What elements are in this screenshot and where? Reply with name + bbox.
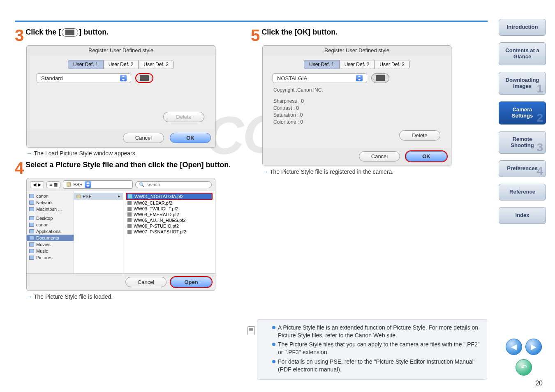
right-column: 5 Click the [OK] button. Register User D… bbox=[251, 28, 481, 175]
dialog-title: Register User Defined style bbox=[27, 46, 215, 55]
folder-psf[interactable]: PSF ▸ bbox=[74, 193, 123, 200]
sidebar-item[interactable]: Pictures bbox=[27, 254, 74, 261]
nav-reference[interactable]: Reference bbox=[499, 184, 546, 201]
sidebar-item[interactable]: canon bbox=[27, 193, 74, 199]
file-mid-column: PSF ▸ bbox=[74, 191, 123, 273]
step-5: 5 Click the [OK] button. bbox=[251, 28, 481, 43]
delete-button[interactable]: Delete bbox=[399, 130, 440, 141]
view-mode[interactable]: ≡▦ bbox=[46, 181, 60, 188]
sharpness-value: Sharpness : 0 bbox=[273, 98, 444, 104]
left-column: 3 Click the [] button. Register User Def… bbox=[15, 28, 245, 300]
file-item[interactable]: WW07_P-SNAPSHOT.pf2 bbox=[126, 229, 213, 235]
step-3-note: The Load Picture Style window appears. bbox=[26, 150, 245, 157]
nav-preferences[interactable]: Preferences4 bbox=[499, 160, 546, 177]
info-bullet-1: A Picture Style file is an extended func… bbox=[272, 324, 482, 339]
chevron-updown-icon bbox=[356, 75, 363, 81]
ok-button[interactable]: OK bbox=[170, 133, 211, 143]
load-style-button[interactable] bbox=[135, 73, 153, 83]
page-number: 20 bbox=[535, 380, 543, 387]
file-item[interactable]: WW03_TWILIGHT.pf2 bbox=[126, 206, 213, 212]
nav-contents[interactable]: Contents at a Glance bbox=[499, 42, 546, 65]
location-dropdown[interactable]: PSF bbox=[63, 180, 133, 189]
step-4-number: 4 bbox=[15, 161, 24, 175]
tab-user-def-3[interactable]: User Def. 3 bbox=[138, 60, 174, 69]
info-box: A Picture Style file is an extended func… bbox=[257, 319, 487, 380]
note-icon bbox=[247, 326, 255, 335]
side-nav: Introduction Contents at a Glance Downlo… bbox=[499, 19, 546, 231]
sidebar-item[interactable]: Macintosh ... bbox=[27, 206, 74, 212]
style-dropdown[interactable]: Standard bbox=[37, 73, 131, 83]
info-bullet-3: For details on using PSE, refer to the "… bbox=[272, 358, 482, 374]
cancel-button[interactable]: Cancel bbox=[359, 151, 400, 161]
step-5-note: The Picture Style file is registered in … bbox=[262, 168, 481, 175]
folder-icon bbox=[376, 75, 385, 81]
ok-button[interactable]: OK bbox=[406, 151, 447, 161]
open-button[interactable]: Open bbox=[171, 277, 212, 287]
step-4-heading: Select a Picture Style file and then cli… bbox=[25, 161, 231, 169]
step-3: 3 Click the [] button. bbox=[15, 28, 245, 43]
step-3-heading: Click the [] button. bbox=[25, 28, 109, 36]
load-style-button[interactable] bbox=[371, 73, 389, 83]
sidebar-item[interactable]: Network bbox=[27, 199, 74, 206]
nav-downloading[interactable]: Downloading Images1 bbox=[499, 72, 546, 95]
step-4-note: The Picture Style file is loaded. bbox=[26, 293, 245, 300]
copyright-text: Copyright :Canon INC. bbox=[273, 87, 444, 93]
file-item[interactable]: WW05_AU...N_HUES.pf2 bbox=[126, 217, 213, 223]
step-5-heading: Click the [OK] button. bbox=[261, 28, 338, 36]
sidebar-item-documents[interactable]: Documents bbox=[27, 235, 74, 241]
open-file-dialog: ◀▶ ≡▦ PSF 🔍 search canon Network Macinto… bbox=[26, 178, 215, 291]
file-item-selected[interactable]: WW01_NOSTALGIA.pf2 bbox=[126, 193, 213, 200]
sidebar-item[interactable]: Applications bbox=[27, 228, 74, 235]
tab-user-def-1[interactable]: User Def. 1 bbox=[68, 60, 104, 69]
colortone-value: Color tone : 0 bbox=[273, 119, 444, 125]
nav-remote-shooting[interactable]: Remote Shooting3 bbox=[499, 131, 546, 154]
chevron-updown-icon bbox=[120, 75, 127, 81]
sidebar-item[interactable]: canon bbox=[27, 221, 74, 228]
step-4: 4 Select a Picture Style file and then c… bbox=[15, 161, 245, 175]
pager: ◀ ▶ bbox=[506, 339, 542, 355]
sidebar-item[interactable]: Music bbox=[27, 248, 74, 254]
file-item[interactable]: WW02_CLEAR.pf2 bbox=[126, 200, 213, 206]
nav-camera-settings[interactable]: Camera Settings2 bbox=[499, 101, 546, 125]
tab-user-def-2[interactable]: User Def. 2 bbox=[103, 60, 139, 69]
folder-icon bbox=[140, 75, 149, 81]
folder-icon bbox=[62, 28, 78, 37]
delete-button[interactable]: Delete bbox=[163, 112, 204, 122]
sidebar-item[interactable]: Desktop bbox=[27, 215, 74, 221]
file-item[interactable]: WW06_P-STUDIO.pf2 bbox=[126, 223, 213, 229]
file-list: WW01_NOSTALGIA.pf2 WW02_CLEAR.pf2 WW03_T… bbox=[123, 191, 215, 273]
prev-page-button[interactable]: ◀ bbox=[506, 339, 522, 355]
chevron-updown-icon bbox=[85, 181, 91, 188]
sidebar-item[interactable]: Movies bbox=[27, 241, 74, 248]
style-dropdown-value: NOSTALGIA bbox=[277, 75, 307, 81]
chevron-right-icon: ▸ bbox=[118, 194, 120, 199]
tab-user-def-2[interactable]: User Def. 2 bbox=[339, 60, 375, 69]
saturation-value: Saturation : 0 bbox=[273, 112, 444, 118]
info-bullet-2: The Picture Style files that you can app… bbox=[272, 341, 482, 356]
style-dropdown[interactable]: NOSTALGIA bbox=[273, 73, 367, 83]
contrast-value: Contrast : 0 bbox=[273, 105, 444, 111]
user-def-tabs: User Def. 1 User Def. 2 User Def. 3 bbox=[34, 60, 208, 69]
dialog-title: Register User Defined style bbox=[263, 46, 451, 55]
style-dropdown-value: Standard bbox=[41, 75, 63, 81]
return-button[interactable]: ↶ bbox=[516, 359, 532, 376]
nav-back-forward[interactable]: ◀▶ bbox=[30, 181, 44, 188]
search-input[interactable]: 🔍 search bbox=[135, 181, 212, 188]
top-rule bbox=[15, 21, 488, 22]
tab-user-def-1[interactable]: User Def. 1 bbox=[304, 60, 340, 69]
folder-icon bbox=[67, 182, 71, 187]
next-page-button[interactable]: ▶ bbox=[525, 339, 542, 355]
register-style-dialog-step3: Register User Defined style User Def. 1 … bbox=[26, 45, 215, 148]
nav-index[interactable]: Index bbox=[499, 207, 546, 224]
user-def-tabs: User Def. 1 User Def. 2 User Def. 3 bbox=[270, 60, 444, 69]
step-5-number: 5 bbox=[251, 28, 260, 43]
register-style-dialog-step5: Register User Defined style User Def. 1 … bbox=[262, 45, 451, 166]
file-item[interactable]: WW04_EMERALD.pf2 bbox=[126, 212, 213, 217]
search-icon: 🔍 bbox=[139, 182, 145, 187]
file-sidebar: canon Network Macintosh ... Desktop cano… bbox=[27, 191, 74, 273]
cancel-button[interactable]: Cancel bbox=[123, 133, 164, 143]
tab-user-def-3[interactable]: User Def. 3 bbox=[374, 60, 410, 69]
nav-introduction[interactable]: Introduction bbox=[499, 19, 546, 36]
step-3-number: 3 bbox=[15, 28, 24, 43]
cancel-button[interactable]: Cancel bbox=[125, 277, 166, 287]
